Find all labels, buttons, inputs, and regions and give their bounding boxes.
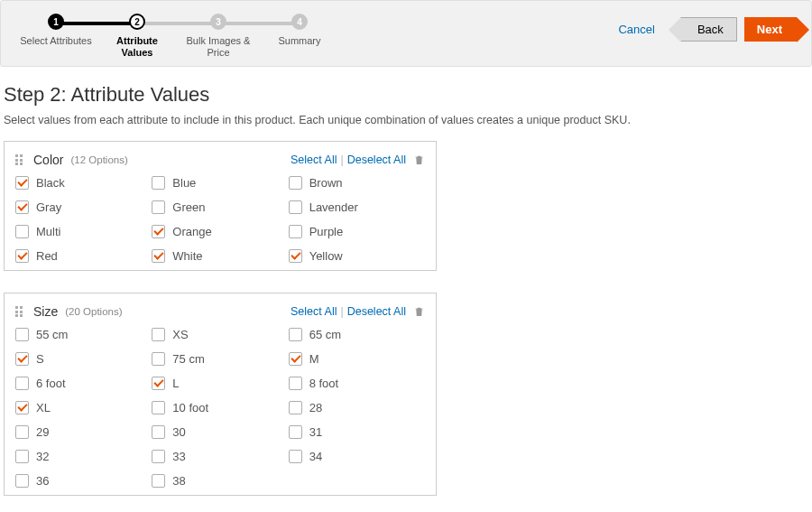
next-button[interactable]: Next: [744, 17, 797, 42]
option-item[interactable]: 55 cm: [15, 328, 152, 341]
checkbox[interactable]: [289, 377, 302, 390]
option-item[interactable]: 32: [15, 450, 152, 463]
options-grid: 55 cmXS65 cmS75 cmM6 footL8 footXL10 foo…: [15, 328, 425, 488]
wizard-step-2[interactable]: 2Attribute Values: [97, 14, 178, 59]
wizard-step-4[interactable]: 4Summary: [259, 14, 340, 47]
wizard-actions: Cancel Back Next: [618, 17, 797, 42]
option-item[interactable]: Blue: [152, 176, 288, 190]
option-label: 36: [36, 474, 49, 488]
attribute-panel-color: Color(12 Options)Select All|Deselect All…: [4, 141, 437, 271]
option-item[interactable]: S: [15, 352, 152, 366]
option-item[interactable]: 65 cm: [289, 328, 425, 341]
checkbox[interactable]: [152, 200, 165, 214]
checkbox[interactable]: [152, 225, 165, 238]
checkbox[interactable]: [15, 200, 29, 214]
step-connector: [218, 22, 300, 25]
checkbox[interactable]: [152, 401, 165, 414]
option-item[interactable]: M: [289, 352, 425, 366]
option-item[interactable]: Green: [152, 200, 288, 214]
checkbox[interactable]: [15, 474, 29, 488]
option-item[interactable]: Red: [15, 249, 152, 263]
step-label: Select Attributes: [20, 35, 92, 47]
option-item[interactable]: Gray: [15, 200, 152, 214]
option-item[interactable]: 38: [152, 474, 288, 488]
option-item[interactable]: 8 foot: [289, 377, 425, 390]
deselect-all-link[interactable]: Deselect All: [347, 154, 406, 166]
option-item[interactable]: 29: [15, 425, 152, 439]
option-item[interactable]: 6 foot: [15, 377, 152, 390]
checkbox[interactable]: [289, 249, 302, 263]
checkbox[interactable]: [152, 352, 165, 366]
checkbox[interactable]: [15, 225, 29, 238]
cancel-link[interactable]: Cancel: [618, 23, 654, 36]
checkbox[interactable]: [15, 352, 29, 366]
checkbox[interactable]: [15, 425, 29, 439]
option-item[interactable]: 30: [152, 425, 288, 439]
checkbox[interactable]: [15, 249, 29, 263]
deselect-all-link[interactable]: Deselect All: [347, 305, 406, 318]
option-label: White: [172, 249, 202, 263]
option-label: XS: [172, 328, 188, 341]
attribute-count: (12 Options): [70, 154, 127, 165]
checkbox[interactable]: [152, 328, 165, 341]
option-item[interactable]: 28: [289, 401, 425, 414]
wizard-step-3[interactable]: 3Bulk Images & Price: [178, 14, 259, 59]
option-label: Brown: [309, 176, 343, 190]
back-button[interactable]: Back: [680, 17, 737, 42]
checkbox[interactable]: [152, 425, 165, 439]
option-label: Yellow: [309, 249, 343, 263]
checkbox[interactable]: [15, 176, 29, 190]
option-item[interactable]: 36: [15, 474, 152, 488]
option-label: S: [36, 352, 44, 366]
checkbox[interactable]: [289, 176, 302, 190]
option-item[interactable]: Purple: [289, 225, 425, 238]
option-item[interactable]: 31: [289, 425, 425, 439]
checkbox[interactable]: [289, 401, 302, 414]
checkbox[interactable]: [152, 249, 165, 263]
option-item[interactable]: 10 foot: [152, 401, 288, 414]
select-all-link[interactable]: Select All: [291, 154, 337, 166]
option-item[interactable]: Yellow: [289, 249, 425, 263]
checkbox[interactable]: [289, 352, 302, 366]
wizard-step-1[interactable]: 1Select Attributes: [15, 14, 97, 47]
option-item[interactable]: XL: [15, 401, 152, 414]
step-connector: [56, 22, 137, 25]
checkbox[interactable]: [152, 474, 165, 488]
drag-handle-icon[interactable]: [15, 154, 26, 165]
option-item[interactable]: XS: [152, 328, 288, 341]
delete-icon[interactable]: [413, 154, 425, 166]
checkbox[interactable]: [289, 328, 302, 341]
checkbox[interactable]: [152, 176, 165, 190]
option-item[interactable]: Brown: [289, 176, 425, 190]
delete-icon[interactable]: [413, 305, 425, 318]
attribute-panel-size: Size(20 Options)Select All|Deselect All5…: [4, 293, 437, 496]
checkbox[interactable]: [152, 450, 165, 463]
checkbox[interactable]: [15, 401, 29, 414]
option-item[interactable]: Orange: [152, 225, 288, 238]
option-item[interactable]: 75 cm: [152, 352, 288, 366]
option-label: Black: [36, 176, 65, 190]
option-item[interactable]: White: [152, 249, 288, 263]
checkbox[interactable]: [15, 450, 29, 463]
checkbox[interactable]: [289, 450, 302, 463]
checkbox[interactable]: [15, 328, 29, 341]
panel-header: Color(12 Options)Select All|Deselect All: [15, 153, 425, 167]
option-item[interactable]: Black: [15, 176, 152, 190]
option-label: 75 cm: [172, 352, 204, 366]
option-item[interactable]: Multi: [15, 225, 152, 238]
options-grid: BlackBlueBrownGrayGreenLavenderMultiOran…: [15, 176, 425, 263]
option-item[interactable]: 33: [152, 450, 288, 463]
select-all-link[interactable]: Select All: [291, 305, 337, 318]
checkbox[interactable]: [289, 425, 302, 439]
checkbox[interactable]: [15, 377, 29, 390]
option-label: 28: [309, 401, 322, 414]
checkbox[interactable]: [289, 225, 302, 238]
checkbox[interactable]: [289, 200, 302, 214]
drag-handle-icon[interactable]: [15, 306, 26, 317]
wizard-steps: 1Select Attributes2Attribute Values3Bulk…: [15, 14, 340, 59]
option-item[interactable]: Lavender: [289, 200, 425, 214]
option-label: XL: [36, 401, 51, 414]
option-item[interactable]: 34: [289, 450, 425, 463]
checkbox[interactable]: [152, 377, 165, 390]
option-item[interactable]: L: [152, 377, 288, 390]
